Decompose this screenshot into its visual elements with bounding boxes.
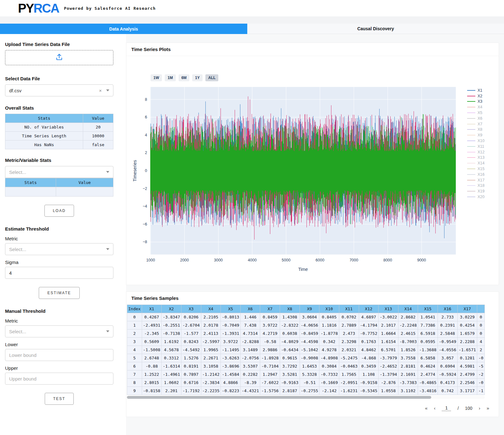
estimate-button[interactable]: ESTIMATE — [39, 287, 79, 299]
legend-item-x13[interactable]: X13 — [467, 155, 484, 161]
chevron-down-icon[interactable] — [106, 171, 109, 173]
legend-label: X18 — [478, 183, 484, 188]
legend-item-x9[interactable]: X9 — [467, 132, 484, 138]
svg-text:0: 0 — [145, 169, 147, 173]
timeseries-plot[interactable]: 86420−2−4−6−8100020003000400050006000700… — [131, 84, 462, 276]
tab-causal-discovery[interactable]: Causal Discovery — [247, 24, 504, 34]
upper-bound-input[interactable] — [5, 373, 113, 385]
svg-text:5000: 5000 — [282, 258, 290, 262]
upload-dropzone[interactable] — [5, 50, 113, 65]
legend-item-x4[interactable]: X4 — [467, 104, 484, 110]
legend-item-x3[interactable]: X3 — [467, 99, 484, 105]
manual-metric-select[interactable]: Select... — [5, 325, 113, 337]
sigma-input[interactable] — [5, 267, 113, 279]
legend-item-x11[interactable]: X11 — [467, 144, 484, 149]
table-cell: -1.577 — [181, 329, 201, 338]
legend-label: X7 — [478, 122, 482, 126]
legend-item-x16[interactable]: X16 — [467, 172, 484, 177]
legend-item-x20[interactable]: X20 — [467, 194, 484, 200]
legend-item-x14[interactable]: X14 — [467, 160, 484, 166]
legend-swatch — [467, 112, 475, 113]
samples-table: IndexX1X2X3X4X5X6X7X8X9X10X11X12X13X14X1… — [127, 305, 485, 395]
estimate-metric-placeholder: Select... — [9, 247, 26, 252]
data-file-select[interactable]: df.csv × — [5, 84, 113, 96]
chevron-down-icon[interactable] — [106, 248, 109, 250]
lower-bound-input[interactable] — [5, 349, 113, 361]
clear-selection-icon[interactable]: × — [99, 88, 102, 93]
load-button[interactable]: LOAD — [44, 205, 74, 217]
legend-item-x19[interactable]: X19 — [467, 188, 484, 194]
legend-item-x2[interactable]: X2 — [467, 93, 484, 99]
table-row: 52.67480.33121.52762.2671-3.6263-2.0756-… — [127, 354, 485, 362]
legend-item-x18[interactable]: X18 — [467, 183, 484, 189]
table-cell: -0.8223 — [221, 387, 241, 395]
prev-page-button[interactable]: ‹ — [434, 405, 435, 411]
table-cell: -4.8908 — [319, 354, 339, 362]
first-page-button[interactable]: « — [425, 405, 427, 411]
range-button-6m[interactable]: 6M — [179, 74, 190, 81]
legend-item-x1[interactable]: X1 — [467, 88, 484, 93]
table-cell: 1.0602 — [162, 379, 181, 387]
table-cell: 0.742 — [438, 387, 458, 395]
estimate-metric-select[interactable]: Select... — [5, 243, 113, 255]
table-cell: -0.9008 — [300, 354, 319, 362]
legend-label: X6 — [478, 116, 482, 121]
page-number-input[interactable] — [442, 405, 451, 411]
legend-item-x15[interactable]: X15 — [467, 166, 484, 172]
table-cell: 6.5858 — [418, 354, 438, 362]
legend-item-x8[interactable]: X8 — [467, 127, 484, 133]
legend-item-x6[interactable]: X6 — [467, 116, 484, 121]
svg-text:6000: 6000 — [316, 258, 324, 262]
table-cell: 6.5918 — [418, 329, 438, 338]
scrollbar-thumb[interactable] — [127, 396, 431, 399]
metric-stats-select[interactable]: Select... — [5, 166, 113, 178]
column-header: X15 — [418, 305, 438, 313]
legend-item-x5[interactable]: X5 — [467, 110, 484, 116]
table-cell: 4.8866 — [221, 379, 241, 387]
table-cell: 1 — [127, 321, 142, 329]
pyrca-logo: PYRCA — [18, 2, 59, 14]
table-cell: 1.108 — [359, 370, 379, 379]
legend-label: X11 — [478, 144, 484, 149]
table-cell: -0.0463 — [339, 362, 359, 370]
table-cell: 2.4113 — [201, 329, 221, 338]
table-cell: -1.8778 — [319, 329, 339, 338]
selected-file-value: df.csv — [9, 88, 21, 93]
legend-swatch — [467, 96, 475, 96]
legend-label: X4 — [478, 105, 482, 109]
legend-item-x7[interactable]: X7 — [467, 121, 484, 127]
legend-swatch — [467, 169, 475, 169]
range-button-1y[interactable]: 1Y — [192, 74, 203, 81]
samples-title: Time Series Samples — [126, 292, 499, 305]
legend-swatch — [467, 163, 475, 163]
page-separator: / — [457, 406, 459, 411]
test-button[interactable]: TEST — [45, 393, 74, 405]
table-cell: 0.6904 — [438, 362, 458, 370]
legend-label: X8 — [478, 127, 482, 132]
chevron-down-icon[interactable] — [106, 330, 109, 332]
tab-data-analysis[interactable]: Data Analysis — [0, 24, 247, 34]
legend-item-x12[interactable]: X12 — [467, 149, 484, 155]
table-cell: 3.9722 — [221, 338, 241, 346]
table-cell: 2.2546 — [457, 379, 477, 387]
range-button-all[interactable]: ALL — [205, 74, 218, 81]
table-cell: -1.3688 — [418, 346, 438, 354]
next-page-button[interactable]: › — [479, 405, 480, 411]
range-button-1m[interactable]: 1M — [165, 74, 176, 81]
table-cell: -1.3931 — [221, 329, 241, 338]
table-cell: -1.2142 — [201, 370, 221, 379]
horizontal-scrollbar[interactable] — [127, 396, 485, 399]
chevron-down-icon[interactable] — [106, 89, 109, 91]
table-cell: 0.9615 — [280, 354, 300, 362]
overall-stats-header: Stats — [5, 114, 83, 123]
table-cell: -4.0656 — [300, 321, 319, 329]
column-header: X1 — [142, 305, 162, 313]
table-cell: 2.8682 — [398, 313, 418, 321]
range-button-1w[interactable]: 1W — [151, 74, 162, 81]
time-series-plots-card: Time Series Plots 1W1M6M1YALL 86420−2−4−… — [126, 43, 499, 285]
legend-item-x17[interactable]: X17 — [467, 177, 484, 183]
table-cell: 0.4267 — [142, 313, 162, 321]
legend-item-x10[interactable]: X10 — [467, 138, 484, 144]
last-page-button[interactable]: » — [487, 405, 489, 411]
table-cell: -4.8029 — [280, 338, 300, 346]
